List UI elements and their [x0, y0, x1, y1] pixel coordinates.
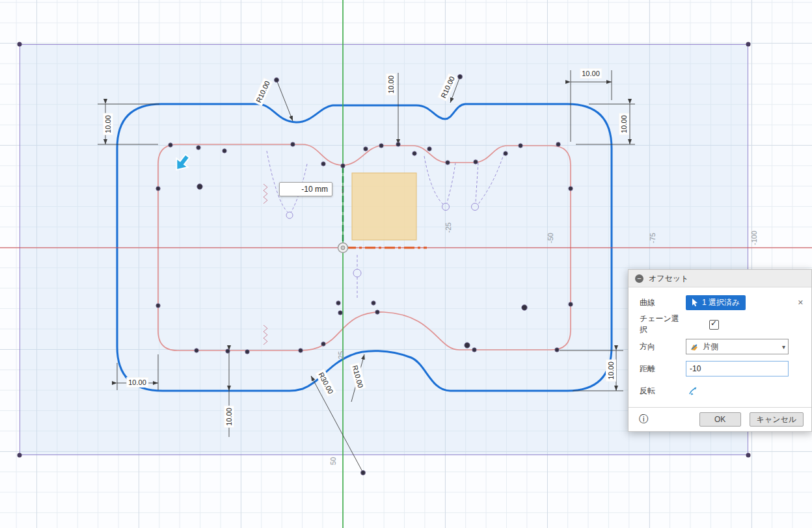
- curve-selection-count: 1 選択済み: [702, 297, 740, 308]
- curve-row: 曲線 1 選択済み ✕: [629, 291, 811, 313]
- distance-label: 距離: [640, 363, 686, 375]
- chevron-down-icon: ▾: [782, 343, 785, 350]
- selection-highlight-rect: [352, 173, 416, 240]
- grid-label-neg100: -100: [750, 231, 758, 245]
- collapse-icon[interactable]: −: [635, 274, 643, 283]
- dimension-offset-right-bottom[interactable]: 10.00: [606, 360, 616, 382]
- flip-label: 反転: [640, 386, 686, 397]
- flip-row: 反転: [629, 380, 811, 402]
- dimension-offset-right-top[interactable]: 10.00: [619, 113, 629, 135]
- direction-label: 方向: [640, 341, 686, 352]
- origin-marker[interactable]: [338, 243, 348, 253]
- chain-select-checkbox[interactable]: ✓: [709, 320, 719, 330]
- sketch-points[interactable]: [156, 75, 573, 475]
- sketch-canvas[interactable]: 10.00 R10.00 10.00 R10.00 10.00 10.00 10…: [0, 0, 812, 528]
- sketch-geometry-svg: [0, 0, 812, 528]
- dialog-title: オフセット: [649, 273, 688, 284]
- dialog-buttons: OK キャンセル: [699, 412, 804, 427]
- chain-select-label: チェーン選択: [640, 313, 686, 336]
- dialog-footer: ⓘ OK キャンセル: [629, 407, 811, 431]
- dimension-offset-bottom-left-v[interactable]: 10.00: [224, 406, 234, 428]
- distance-row: 距離: [629, 358, 811, 380]
- grid-label-neg50: -50: [547, 233, 554, 243]
- grid-label-25: 25: [337, 351, 345, 359]
- curve-label: 曲線: [640, 297, 686, 308]
- info-icon[interactable]: ⓘ: [639, 414, 648, 425]
- dimension-offset-top-left[interactable]: 10.00: [103, 113, 113, 135]
- flip-icon[interactable]: [688, 386, 699, 396]
- inline-dimension-editor: ⋮: [279, 182, 347, 196]
- grid-label-neg75: -75: [649, 233, 656, 243]
- chain-select-row: チェーン選択 ✓: [629, 313, 811, 336]
- clear-selection-icon[interactable]: ✕: [798, 298, 804, 307]
- dialog-titlebar[interactable]: − オフセット: [629, 270, 811, 287]
- direction-value: 片側: [703, 341, 778, 352]
- grid-label-50: 50: [329, 457, 337, 465]
- dimension-lines: [98, 70, 635, 473]
- check-icon: ✓: [710, 319, 717, 328]
- distance-input[interactable]: [686, 361, 789, 376]
- dimension-offset-top-right-h[interactable]: 10.00: [580, 68, 602, 79]
- direction-select[interactable]: 片側 ▾: [686, 339, 789, 354]
- cursor-icon: [692, 298, 699, 307]
- dialog-body: 曲線 1 選択済み ✕ チェーン選択 ✓ 方向: [629, 287, 811, 407]
- grid-label-neg25: -25: [444, 222, 452, 233]
- cancel-button[interactable]: キャンセル: [750, 412, 804, 427]
- kebab-menu-icon[interactable]: ⋮: [338, 185, 347, 194]
- direction-option-icon: [690, 342, 699, 351]
- dimension-offset-top-center[interactable]: 10.00: [386, 73, 396, 96]
- offset-distance-inline-input[interactable]: [279, 182, 332, 196]
- offset-direction-arrow[interactable]: [171, 152, 193, 174]
- ok-button[interactable]: OK: [699, 412, 741, 427]
- curve-selection-badge[interactable]: 1 選択済み: [686, 295, 746, 310]
- dimension-offset-bottom-left-h[interactable]: 10.00: [126, 377, 148, 388]
- direction-row: 方向 片側 ▾: [629, 336, 811, 358]
- offset-dialog: − オフセット 曲線 1 選択済み ✕ チェーン選択 ✓: [628, 269, 812, 432]
